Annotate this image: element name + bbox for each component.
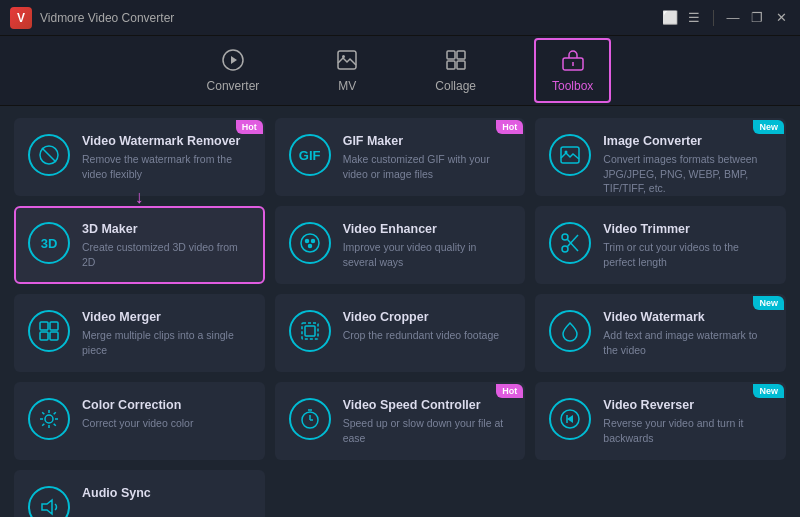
tool-icon-gif-maker: GIF	[289, 134, 331, 176]
tool-desc-gif-maker: Make customized GIF with your video or i…	[343, 152, 512, 181]
tool-card-video-speed-controller[interactable]: Hot Video Speed Controller Speed up or s…	[275, 382, 526, 460]
title-bar-controls: ⬜ ☰ — ❐ ✕	[661, 9, 790, 27]
tool-card-video-enhancer[interactable]: Video Enhancer Improve your video qualit…	[275, 206, 526, 284]
tool-desc-video-enhancer: Improve your video quality in several wa…	[343, 240, 512, 269]
minimize-button[interactable]: —	[724, 9, 742, 27]
app-logo: V	[10, 7, 32, 29]
title-bar: V Vidmore Video Converter ⬜ ☰ — ❐ ✕	[0, 0, 800, 36]
tab-collage[interactable]: Collage	[417, 38, 494, 103]
converter-tab-label: Converter	[207, 79, 260, 93]
tool-desc-video-speed-controller: Speed up or slow down your file at ease	[343, 416, 512, 445]
svg-point-3	[342, 55, 345, 58]
toolbox-grid: Hot Video Watermark Remover Remove the w…	[0, 106, 800, 517]
tool-icon-video-speed-controller	[289, 398, 331, 440]
tool-card-video-merger[interactable]: Video Merger Merge multiple clips into a…	[14, 294, 265, 372]
svg-rect-25	[50, 332, 58, 340]
svg-rect-5	[457, 51, 465, 59]
svg-point-18	[562, 246, 568, 252]
tab-mv[interactable]: MV	[317, 38, 377, 103]
tool-name-video-speed-controller: Video Speed Controller	[343, 398, 512, 412]
tool-card-video-trimmer[interactable]: Video Trimmer Trim or cut your videos to…	[535, 206, 786, 284]
tab-toolbox[interactable]: Toolbox	[534, 38, 611, 103]
svg-line-35	[42, 424, 44, 426]
tool-card-video-watermark[interactable]: New Video Watermark Add text and image w…	[535, 294, 786, 372]
tab-converter[interactable]: Converter	[189, 38, 278, 103]
tool-desc-video-merger: Merge multiple clips into a single piece	[82, 328, 251, 357]
tool-desc-color-correction: Correct your video color	[82, 416, 251, 431]
mv-tab-icon	[335, 48, 359, 75]
restore-button[interactable]: ❐	[748, 9, 766, 27]
tool-icon-3d-maker: 3D	[28, 222, 70, 264]
tool-card-video-reverser[interactable]: New Video Reverser Reverse your video an…	[535, 382, 786, 460]
tool-card-video-cropper[interactable]: Video Cropper Crop the redundant video f…	[275, 294, 526, 372]
tool-icon-audio-sync	[28, 486, 70, 517]
svg-line-36	[54, 412, 56, 414]
tool-card-image-converter[interactable]: New Image Converter Convert images forma…	[535, 118, 786, 196]
svg-rect-24	[40, 332, 48, 340]
chat-button[interactable]: ⬜	[661, 9, 679, 27]
mv-tab-label: MV	[338, 79, 356, 93]
svg-point-13	[565, 151, 568, 154]
toolbox-tab-icon	[561, 48, 585, 75]
tool-info-video-speed-controller: Video Speed Controller Speed up or slow …	[343, 398, 512, 445]
collage-tab-label: Collage	[435, 79, 476, 93]
tool-name-audio-sync: Audio Sync	[82, 486, 251, 500]
tool-info-color-correction: Color Correction Correct your video colo…	[82, 398, 251, 431]
tool-name-video-trimmer: Video Trimmer	[603, 222, 772, 236]
tool-card-3d-maker[interactable]: 3D 3D Maker Create customized 3D video f…	[14, 206, 265, 284]
tool-name-color-correction: Color Correction	[82, 398, 251, 412]
tool-icon-video-merger	[28, 310, 70, 352]
svg-point-19	[562, 234, 568, 240]
tool-info-video-merger: Video Merger Merge multiple clips into a…	[82, 310, 251, 357]
tool-name-video-watermark: Video Watermark	[603, 310, 772, 324]
tool-desc-video-watermark-remover: Remove the watermark from the video flex…	[82, 152, 251, 181]
tool-info-video-watermark-remover: Video Watermark Remover Remove the water…	[82, 134, 251, 181]
menu-button[interactable]: ☰	[685, 9, 703, 27]
tool-info-video-enhancer: Video Enhancer Improve your video qualit…	[343, 222, 512, 269]
tool-desc-image-converter: Convert images formats between JPG/JPEG,…	[603, 152, 772, 196]
tool-name-video-cropper: Video Cropper	[343, 310, 512, 324]
toolbox-tab-label: Toolbox	[552, 79, 593, 93]
tool-name-video-enhancer: Video Enhancer	[343, 222, 512, 236]
svg-rect-23	[50, 322, 58, 330]
tool-icon-image-converter	[549, 134, 591, 176]
tool-icon-video-watermark	[549, 310, 591, 352]
svg-marker-42	[567, 415, 573, 423]
tool-card-gif-maker[interactable]: Hot GIF GIF Maker Make customized GIF wi…	[275, 118, 526, 196]
svg-rect-7	[457, 61, 465, 69]
tool-card-color-correction[interactable]: Color Correction Correct your video colo…	[14, 382, 265, 460]
svg-point-17	[308, 245, 311, 248]
tool-icon-color-correction	[28, 398, 70, 440]
tool-desc-video-watermark: Add text and image watermark to the vide…	[603, 328, 772, 357]
svg-point-14	[301, 234, 319, 252]
tool-info-video-watermark: Video Watermark Add text and image water…	[603, 310, 772, 357]
tool-desc-video-cropper: Crop the redundant video footage	[343, 328, 512, 343]
tool-icon-video-enhancer	[289, 222, 331, 264]
svg-line-11	[42, 148, 56, 162]
tool-badge-gif-maker: Hot	[496, 120, 523, 134]
tool-name-video-reverser: Video Reverser	[603, 398, 772, 412]
tool-info-gif-maker: GIF Maker Make customized GIF with your …	[343, 134, 512, 181]
tool-desc-video-trimmer: Trim or cut your videos to the perfect l…	[603, 240, 772, 269]
svg-rect-27	[305, 326, 315, 336]
tool-name-video-watermark-remover: Video Watermark Remover	[82, 134, 251, 148]
tool-name-3d-maker: 3D Maker	[82, 222, 251, 236]
tool-desc-video-reverser: Reverse your video and turn it backwards	[603, 416, 772, 445]
svg-rect-4	[447, 51, 455, 59]
tool-badge-video-reverser: New	[753, 384, 784, 398]
tool-card-audio-sync[interactable]: Audio Sync	[14, 470, 265, 517]
tool-icon-video-reverser	[549, 398, 591, 440]
tool-info-audio-sync: Audio Sync	[82, 486, 251, 504]
svg-marker-44	[42, 500, 52, 514]
svg-point-15	[305, 240, 308, 243]
close-button[interactable]: ✕	[772, 9, 790, 27]
collage-tab-icon	[444, 48, 468, 75]
tool-info-video-trimmer: Video Trimmer Trim or cut your videos to…	[603, 222, 772, 269]
tool-name-video-merger: Video Merger	[82, 310, 251, 324]
svg-marker-1	[231, 56, 237, 64]
tool-name-gif-maker: GIF Maker	[343, 134, 512, 148]
tool-desc-3d-maker: Create customized 3D video from 2D	[82, 240, 251, 269]
tool-card-video-watermark-remover[interactable]: Hot Video Watermark Remover Remove the w…	[14, 118, 265, 196]
tool-badge-video-watermark-remover: Hot	[236, 120, 263, 134]
tool-info-video-reverser: Video Reverser Reverse your video and tu…	[603, 398, 772, 445]
